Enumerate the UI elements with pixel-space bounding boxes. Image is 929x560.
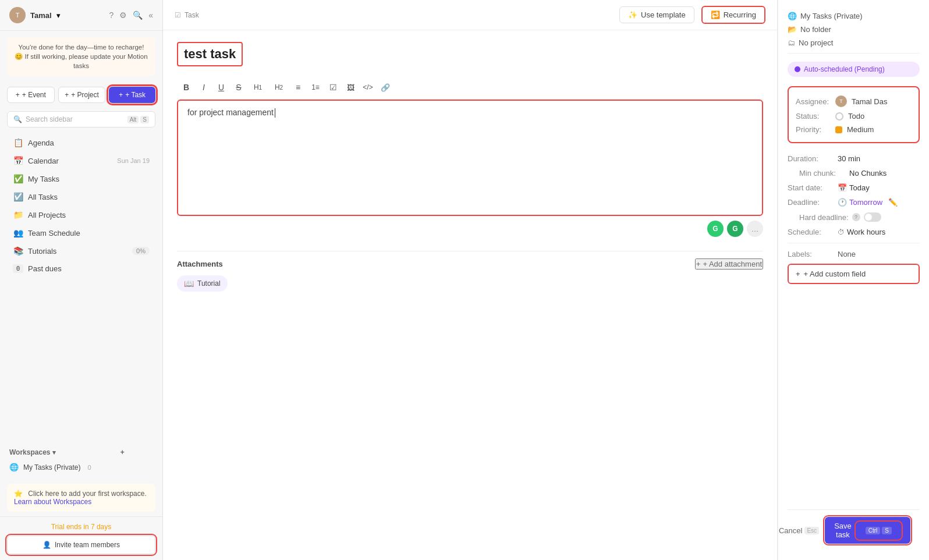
code-button[interactable]: </> [360,79,376,95]
save-task-button[interactable]: Save task Ctrl S [825,517,910,544]
search-placeholder: Search sidebar [26,115,73,123]
chevron-down-icon[interactable]: ▾ [56,11,61,20]
sidebar-item-all-projects[interactable]: 📁 All Projects [3,206,159,224]
trial-notice: Trial ends in 7 days [7,523,155,531]
link-button[interactable]: 🔗 [377,79,393,95]
all-tasks-icon: ☑️ [13,192,23,201]
search-icon: 🔍 [13,115,22,123]
calendar-icon: 📅 [13,156,23,165]
sidebar-item-tutorials[interactable]: 📚 Tutorials 0% [3,242,159,260]
info-icon[interactable]: ? [852,213,860,221]
sidebar-item-agenda[interactable]: 📋 Agenda [3,134,159,151]
italic-button[interactable]: I [196,79,212,95]
checklist-button[interactable]: ☑ [325,79,341,95]
assignee-row[interactable]: Assignee: T Tamal Das [796,93,912,109]
plus-icon: + [65,91,69,99]
add-project-button[interactable]: + + Project [58,87,106,103]
content-area[interactable]: for project management [177,100,763,216]
image-button[interactable]: 🖼 [342,79,359,95]
avatar: T [9,7,26,23]
task-title-input[interactable]: test task [177,42,243,66]
search-bar[interactable]: 🔍 Search sidebar Alt S [7,111,155,127]
tutorials-badge: 0% [132,247,150,255]
start-date-label: Start date: [788,183,834,192]
hard-deadline-toggle[interactable] [864,212,881,222]
collapse-icon[interactable]: « [148,10,153,20]
sidebar-item-label: Calendar [28,157,112,165]
sidebar-item-calendar[interactable]: 📅 Calendar Sun Jan 19 [3,152,159,169]
strikethrough-button[interactable]: S [231,79,247,95]
tutorials-icon: 📚 [13,246,23,256]
workspaces-section: Workspaces ▾ + 🌐 My Tasks (Private) 0 [0,444,162,479]
all-projects-icon: 📁 [13,210,23,219]
agenda-icon: 📋 [13,138,23,147]
learn-workspaces-link[interactable]: Learn about Workspaces [14,498,91,506]
schedule-value[interactable]: ⏱ Work hours [838,228,885,236]
add-task-button[interactable]: + + Task [109,87,155,103]
my-tasks-item[interactable]: 🌐 My Tasks (Private) [788,9,920,23]
attachment-item[interactable]: 📖 Tutorial [177,275,228,292]
add-custom-field-button[interactable]: + + Add custom field [788,264,920,284]
duration-label: Duration: [788,154,834,163]
priority-dot [835,126,842,133]
invite-team-members-button[interactable]: 👤 Invite team members [7,536,155,554]
deadline-row: Deadline: 🕐 Tomorrow ✏️ [788,195,920,210]
sidebar-header: T Tamal ▾ ? ⚙ 🔍 « [0,0,162,31]
recurring-button[interactable]: 🔁 Recurring [701,6,765,24]
status-value: Todo [848,112,864,120]
plus-icon: + [796,270,800,278]
edit-deadline-icon[interactable]: ✏️ [888,198,898,207]
task-icon: ☑ [175,11,181,19]
help-icon[interactable]: ? [109,10,114,20]
invite-icon: 👤 [42,541,51,549]
underline-button[interactable]: U [213,79,229,95]
attachments-header: Attachments + + Add attachment [177,258,763,270]
cancel-button[interactable]: Cancel Esc [779,526,819,535]
no-folder-item[interactable]: 📂 No folder [788,23,920,36]
settings-icon[interactable]: ⚙ [119,10,127,20]
more-options-icon[interactable]: … [747,221,763,237]
workspace-icon: 🌐 [788,12,797,20]
status-row[interactable]: Status: Todo [796,109,912,123]
chevron-down-icon[interactable]: ▾ [52,449,85,456]
duration-value[interactable]: 30 min [838,154,860,163]
assignee-label: Assignee: [796,97,831,106]
deadline-label: Deadline: [788,198,834,207]
h2-button[interactable]: H2 [269,79,289,95]
sidebar-item-all-tasks[interactable]: ☑️ All Tasks [3,188,159,205]
add-workspace-icon[interactable]: + [120,448,153,456]
sidebar-item-past-dues[interactable]: 0 Past dues [3,260,159,277]
recurring-icon: 🔁 [711,10,720,19]
add-event-button[interactable]: + + Event [7,87,55,103]
calendar-icon: 📅 [838,183,847,192]
sidebar-item-my-tasks[interactable]: ✅ My Tasks [3,170,159,187]
start-date-value[interactable]: 📅 Today [838,183,870,192]
labels-value[interactable]: None [838,250,856,258]
add-attachment-button[interactable]: + + Add attachment [695,258,763,270]
assignee-avatar: T [835,95,847,107]
project-icon: 🗂 [788,38,795,47]
sidebar-footer: Trial ends in 7 days 👤 Invite team membe… [0,516,162,560]
min-chunk-value[interactable]: No Chunks [849,169,887,178]
deadline-icon: 🕐 [838,198,847,207]
auto-scheduled-badge[interactable]: Auto-scheduled (Pending) [788,62,920,77]
no-project-item[interactable]: 🗂 No project [788,36,920,49]
sidebar-item-team-schedule[interactable]: 👥 Team Schedule [3,224,159,242]
h1-button[interactable]: H1 [248,79,268,95]
folder-icon: 📂 [788,25,797,34]
grammarly-icon-1[interactable]: G [707,221,724,237]
bullet-list-button[interactable]: ≡ [290,79,306,95]
priority-row[interactable]: Priority: Medium [796,123,912,136]
deadline-value[interactable]: 🕐 Tomorrow [838,198,882,207]
use-template-button[interactable]: ✨ Use template [619,6,694,23]
modal-topbar: ☑ Task ✨ Use template 🔁 Recurring [163,0,777,30]
hard-deadline-label: Hard deadline: [799,213,849,222]
assignee-section: Assignee: T Tamal Das Status: Todo Prior… [788,86,920,143]
grammarly-icon-2[interactable]: G [727,221,743,237]
numbered-list-button[interactable]: 1≡ [307,79,324,95]
workspace-item-my-tasks[interactable]: 🌐 My Tasks (Private) 0 [9,460,153,474]
search-icon[interactable]: 🔍 [133,10,143,20]
min-chunk-row: Min chunk: No Chunks [788,166,920,180]
workspace-count: 0 [87,464,91,471]
bold-button[interactable]: B [178,79,194,95]
